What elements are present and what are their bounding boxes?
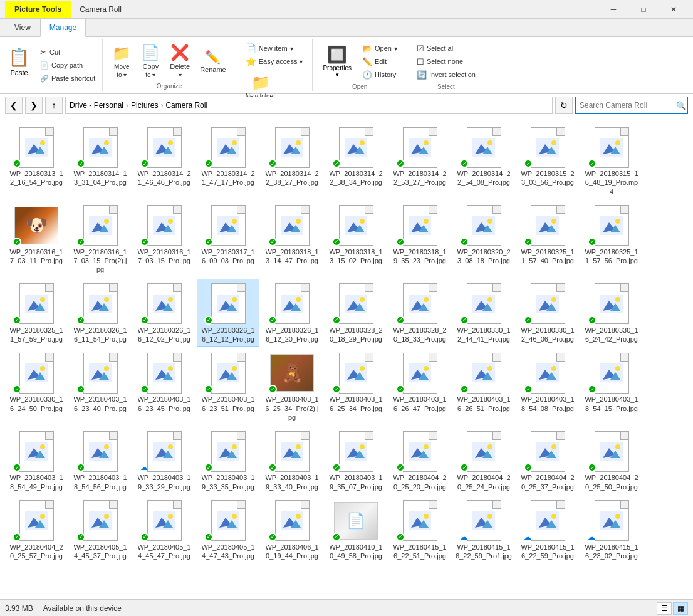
file-item[interactable]: ✓ WP_20180330_16_24_42_Pro.jpg [580,279,643,347]
new-item-button[interactable]: 📄 New item ▾ [241,42,298,55]
file-item[interactable]: ✓ WP_20180403_16_23_45_Pro.jpg [133,348,195,425]
breadcrumb-pictures[interactable]: Pictures [131,101,158,110]
file-item[interactable]: ✓ WP_20180330_16_24_50_Pro.jpg [5,348,68,425]
file-item[interactable]: ✓ WP_20180318_13_14_47_Pro.jpg [261,201,323,278]
tab-manage[interactable]: Manage [40,19,86,37]
file-item[interactable]: ✓ WP_20180330_12_44_41_Pro.jpg [452,279,515,347]
file-item[interactable]: ✓ WP_20180317_16_09_03_Pro.jpg [197,201,259,278]
file-item[interactable]: ✓ WP_20180316_17_03_15_Pro.jpg [133,201,195,278]
file-item[interactable]: ✓ WP_20180405_14_45_47_Pro.jpg [133,496,195,564]
file-item[interactable]: ✓ WP_20180415_16_22_51_Pro.jpg [388,496,451,564]
file-item[interactable]: ✓ WP_20180404_20_25_20_Pro.jpg [388,426,451,494]
up-button[interactable]: ↑ [45,97,63,114]
properties-button[interactable]: 🔲 Properties ▾ [318,44,357,79]
forward-button[interactable]: ❯ [25,97,43,114]
minimize-button[interactable]: ─ [599,0,628,19]
file-grid[interactable]: ✓ WP_20180313_12_16_54_Pro.jpg ✓ WP_2018… [0,117,693,599]
file-item[interactable]: ✓ WP_20180403_16_26_51_Pro.jpg [452,348,515,425]
file-thumbnail: ✓ [203,204,253,248]
file-item[interactable]: ✓ WP_20180328_20_18_33_Pro.jpg [388,279,451,347]
delete-button[interactable]: ❌ Delete ▾ [165,43,194,80]
file-item[interactable]: ✓ WP_20180318_13_15_02_Pro.jpg [325,201,387,278]
file-item[interactable]: ✓ WP_20180314_21_47_17_Pro.jpg [197,122,259,199]
file-item[interactable]: ✓ WP_20180405_14_47_43_Pro.jpg [197,496,259,564]
file-item[interactable]: ✓ WP_20180328_20_18_29_Pro.jpg [325,279,387,347]
file-item[interactable]: ✓ WP_20180403_18_54_08_Pro.jpg [516,348,579,425]
select-all-button[interactable]: ☑ Select all [412,42,459,55]
breadcrumb-camera-roll[interactable]: Camera Roll [165,101,207,110]
picture-tools-tab[interactable]: Picture Tools [5,1,71,18]
file-item[interactable]: ✓ WP_20180325_11_57_56_Pro.jpg [580,201,643,278]
details-view-button[interactable]: ☰ [657,602,672,615]
edit-button[interactable]: ✏️ Edit [358,55,402,68]
file-item[interactable]: ✓ WP_20180326_16_11_54_Pro.jpg [69,279,132,347]
breadcrumb[interactable]: Drive - Personal › Pictures › Camera Rol… [65,97,553,114]
medium-icons-view-button[interactable]: ▦ [673,602,688,615]
file-item[interactable]: ✓ WP_20180314_22_38_34_Pro.jpg [325,122,387,199]
file-item[interactable]: ✓ WP_20180403_18_54_49_Pro.jpg [5,426,68,494]
file-item[interactable]: 🐶 ✓ WP_20180316_17_03_11_Pro.jpg [5,201,68,278]
file-item[interactable]: ✓ WP_20180316_17_03_15_Pro(2).jpg [69,201,132,278]
file-item[interactable]: ✓ WP_20180314_13_31_04_Pro.jpg [69,122,132,199]
cut-button[interactable]: ✂ Cut [36,46,100,58]
file-item[interactable]: ✓ WP_20180313_12_16_54_Pro.jpg [5,122,68,199]
file-item[interactable]: ✓ WP_20180403_19_33_40_Pro.jpg [261,426,323,494]
file-item[interactable]: ✓ WP_20180318_19_35_23_Pro.jpg [388,201,451,278]
file-item[interactable]: ✓ WP_20180403_18_54_56_Pro.jpg [69,426,132,494]
file-item[interactable]: ✓ WP_20180403_19_35_07_Pro.jpg [325,426,387,494]
file-item[interactable]: ✓ WP_20180406_10_19_44_Pro.jpg [261,496,323,564]
status-synced-icon: ✓ [140,238,149,246]
file-thumbnail: ✓ [75,499,125,543]
file-item[interactable]: ✓ WP_20180326_16_12_12_Pro.jpg [197,279,259,347]
file-item[interactable]: ✓ WP_20180404_20_25_37_Pro.jpg [516,426,579,494]
file-item[interactable]: ✓ WP_20180405_14_45_37_Pro.jpg [69,496,132,564]
file-item[interactable]: ✓ WP_20180403_18_54_15_Pro.jpg [580,348,643,425]
file-item[interactable]: ✓ WP_20180403_16_26_47_Pro.jpg [388,348,451,425]
file-item[interactable]: ✓ WP_20180315_16_48_19_Pro.mp4 [580,122,643,199]
maximize-button[interactable]: □ [629,0,658,19]
file-item[interactable]: ✓ WP_20180326_16_12_20_Pro.jpg [261,279,323,347]
search-input[interactable] [580,101,674,110]
file-item[interactable]: ✓ WP_20180320_23_08_18_Pro.jpg [452,201,515,278]
copy-button[interactable]: 📄 Copy to ▾ [137,43,164,80]
tab-view[interactable]: View [5,19,40,36]
file-item[interactable]: ✓ WP_20180314_22_53_27_Pro.jpg [388,122,451,199]
copy-path-button[interactable]: 📄 Copy path [36,59,100,71]
file-item[interactable]: ☁ WP_20180415_16_22_59_Pro1.jpg [452,496,515,564]
close-button[interactable]: ✕ [659,0,688,19]
file-item[interactable]: 🧸 ✓ WP_20180403_16_25_34_Pro(2).jpg [261,348,323,425]
rename-button[interactable]: ✏️ Rename [195,43,231,80]
file-item[interactable]: ✓ WP_20180314_21_46_46_Pro.jpg [133,122,195,199]
file-item[interactable]: ✓ WP_20180315_23_03_56_Pro.jpg [516,122,579,199]
back-button[interactable]: ❮ [5,97,23,114]
file-item[interactable]: ✓ WP_20180403_16_23_40_Pro.jpg [69,348,132,425]
file-item[interactable]: ✓ WP_20180325_11_57_59_Pro.jpg [5,279,68,347]
search-box[interactable]: 🔍 [575,97,688,114]
file-item[interactable]: ✓ WP_20180326_16_12_02_Pro.jpg [133,279,195,347]
file-item[interactable]: ✓ WP_20180314_22_54_08_Pro.jpg [452,122,515,199]
file-item[interactable]: ☁ WP_20180415_16_23_02_Pro.jpg [580,496,643,564]
file-item[interactable]: ☁ WP_20180403_19_33_29_Pro.jpg [133,426,195,494]
move-to-button[interactable]: 📁 Move to ▾ [108,43,135,80]
file-item[interactable]: ☁ WP_20180415_16_22_59_Pro.jpg [516,496,579,564]
file-item[interactable]: ✓ WP_20180404_20_25_57_Pro.jpg [5,496,68,564]
paste-shortcut-button[interactable]: 🔗 Paste shortcut [36,72,100,85]
file-item[interactable]: ✓ WP_20180404_20_25_50_Pro.jpg [580,426,643,494]
history-button[interactable]: 🕐 History [358,68,402,81]
select-none-button[interactable]: ☐ Select none [412,55,467,68]
file-item[interactable]: ✓ WP_20180403_16_23_51_Pro.jpg [197,348,259,425]
file-item[interactable]: 📄 ✓ WP_20180410_10_49_58_Pro.jpg [325,496,387,564]
easy-access-button[interactable]: ⭐ Easy access ▾ [241,55,308,68]
file-item[interactable]: ✓ WP_20180325_11_57_40_Pro.jpg [516,201,579,278]
file-item[interactable]: ✓ WP_20180403_16_25_34_Pro.jpg [325,348,387,425]
file-item[interactable]: ✓ WP_20180330_12_46_06_Pro.jpg [516,279,579,347]
file-item[interactable]: ✓ WP_20180404_20_25_24_Pro.jpg [452,426,515,494]
file-item[interactable]: ✓ WP_20180403_19_33_35_Pro.jpg [197,426,259,494]
refresh-button[interactable]: ↻ [555,97,573,114]
invert-selection-button[interactable]: 🔄 Invert selection [412,68,480,81]
search-icon[interactable]: 🔍 [676,101,686,110]
file-item[interactable]: ✓ WP_20180314_22_38_27_Pro.jpg [261,122,323,199]
paste-button[interactable]: 📋 Paste [3,39,36,83]
open-button[interactable]: 📂 Open ▾ [358,42,402,55]
breadcrumb-drive[interactable]: Drive - Personal [70,101,123,110]
